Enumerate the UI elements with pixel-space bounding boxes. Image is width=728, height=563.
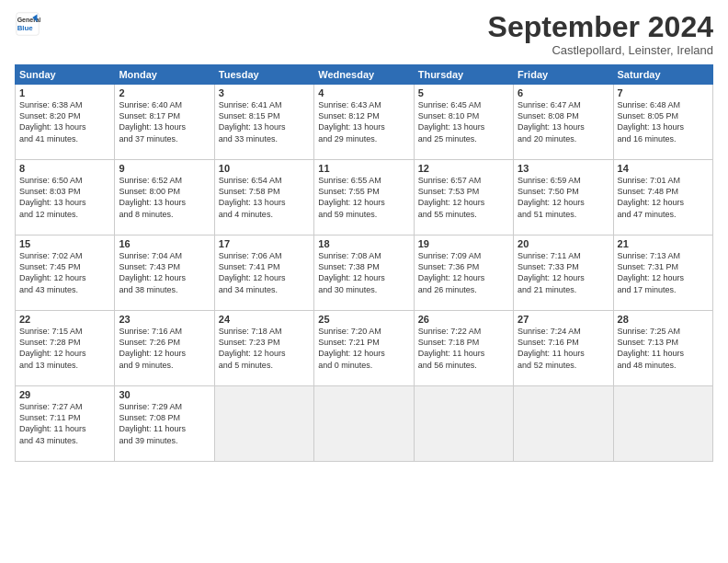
calendar-cell [314, 386, 414, 462]
day-number: 20 [518, 238, 609, 249]
day-number: 28 [618, 314, 709, 325]
calendar-cell: 24Sunrise: 7:18 AMSunset: 7:23 PMDayligh… [214, 311, 313, 386]
day-number: 5 [418, 87, 509, 98]
day-info: Sunrise: 7:18 AMSunset: 7:23 PMDaylight:… [219, 326, 310, 371]
week-row-3: 15Sunrise: 7:02 AMSunset: 7:45 PMDayligh… [16, 236, 713, 311]
day-info: Sunrise: 7:27 AMSunset: 7:11 PMDaylight:… [19, 401, 110, 446]
day-info: Sunrise: 6:41 AMSunset: 8:15 PMDaylight:… [219, 99, 310, 144]
day-number: 17 [219, 238, 310, 249]
day-info: Sunrise: 6:48 AMSunset: 8:05 PMDaylight:… [618, 99, 709, 144]
calendar-cell: 20Sunrise: 7:11 AMSunset: 7:33 PMDayligh… [514, 236, 613, 311]
calendar-cell: 16Sunrise: 7:04 AMSunset: 7:43 PMDayligh… [115, 236, 214, 311]
day-number: 15 [19, 238, 110, 249]
calendar-cell: 6Sunrise: 6:47 AMSunset: 8:08 PMDaylight… [514, 85, 613, 160]
weekday-tuesday: Tuesday [214, 65, 313, 85]
day-info: Sunrise: 6:52 AMSunset: 8:00 PMDaylight:… [119, 175, 210, 220]
day-number: 9 [119, 163, 210, 174]
calendar-cell: 25Sunrise: 7:20 AMSunset: 7:21 PMDayligh… [314, 311, 414, 386]
day-number: 24 [219, 314, 310, 325]
calendar-cell: 21Sunrise: 7:13 AMSunset: 7:31 PMDayligh… [613, 236, 712, 311]
day-info: Sunrise: 6:59 AMSunset: 7:50 PMDaylight:… [518, 175, 609, 220]
calendar-cell: 18Sunrise: 7:08 AMSunset: 7:38 PMDayligh… [314, 236, 414, 311]
calendar-cell: 26Sunrise: 7:22 AMSunset: 7:18 PMDayligh… [414, 311, 513, 386]
title-block: September 2024 Castlepollard, Leinster, … [488, 11, 713, 57]
weekday-wednesday: Wednesday [314, 65, 414, 85]
day-info: Sunrise: 6:45 AMSunset: 8:10 PMDaylight:… [418, 99, 509, 144]
day-info: Sunrise: 7:08 AMSunset: 7:38 PMDaylight:… [318, 250, 409, 295]
calendar-cell: 17Sunrise: 7:06 AMSunset: 7:41 PMDayligh… [214, 236, 313, 311]
day-number: 4 [318, 87, 409, 98]
week-row-5: 29Sunrise: 7:27 AMSunset: 7:11 PMDayligh… [16, 386, 713, 462]
calendar-cell [214, 386, 313, 462]
svg-text:Blue: Blue [17, 24, 34, 32]
day-number: 12 [418, 163, 509, 174]
calendar-cell: 13Sunrise: 6:59 AMSunset: 7:50 PMDayligh… [514, 160, 613, 236]
day-info: Sunrise: 6:38 AMSunset: 8:20 PMDaylight:… [19, 99, 110, 144]
day-info: Sunrise: 7:02 AMSunset: 7:45 PMDaylight:… [19, 250, 110, 295]
day-number: 18 [318, 238, 409, 249]
page-header: General Blue September 2024 Castlepollar… [15, 11, 713, 57]
calendar-cell: 27Sunrise: 7:24 AMSunset: 7:16 PMDayligh… [514, 311, 613, 386]
day-info: Sunrise: 7:25 AMSunset: 7:13 PMDaylight:… [618, 326, 709, 371]
calendar-cell: 14Sunrise: 7:01 AMSunset: 7:48 PMDayligh… [613, 160, 712, 236]
calendar-cell: 12Sunrise: 6:57 AMSunset: 7:53 PMDayligh… [414, 160, 513, 236]
day-info: Sunrise: 7:01 AMSunset: 7:48 PMDaylight:… [618, 175, 709, 220]
calendar-cell: 23Sunrise: 7:16 AMSunset: 7:26 PMDayligh… [115, 311, 214, 386]
calendar-table: SundayMondayTuesdayWednesdayThursdayFrid… [15, 64, 713, 462]
day-info: Sunrise: 7:11 AMSunset: 7:33 PMDaylight:… [518, 250, 609, 295]
day-info: Sunrise: 7:13 AMSunset: 7:31 PMDaylight:… [618, 250, 709, 295]
day-info: Sunrise: 6:40 AMSunset: 8:17 PMDaylight:… [119, 99, 210, 144]
day-number: 14 [618, 163, 709, 174]
day-info: Sunrise: 6:57 AMSunset: 7:53 PMDaylight:… [418, 175, 509, 220]
calendar-cell: 7Sunrise: 6:48 AMSunset: 8:05 PMDaylight… [613, 85, 712, 160]
calendar-cell: 3Sunrise: 6:41 AMSunset: 8:15 PMDaylight… [214, 85, 313, 160]
calendar-cell: 9Sunrise: 6:52 AMSunset: 8:00 PMDaylight… [115, 160, 214, 236]
day-number: 23 [119, 314, 210, 325]
day-number: 25 [318, 314, 409, 325]
location-subtitle: Castlepollard, Leinster, Ireland [488, 43, 713, 57]
day-number: 11 [318, 163, 409, 174]
week-row-4: 22Sunrise: 7:15 AMSunset: 7:28 PMDayligh… [16, 311, 713, 386]
calendar-cell: 29Sunrise: 7:27 AMSunset: 7:11 PMDayligh… [16, 386, 115, 462]
day-number: 16 [119, 238, 210, 249]
day-number: 21 [618, 238, 709, 249]
day-number: 10 [219, 163, 310, 174]
weekday-friday: Friday [514, 65, 613, 85]
day-info: Sunrise: 7:09 AMSunset: 7:36 PMDaylight:… [418, 250, 509, 295]
month-title: September 2024 [488, 11, 713, 43]
calendar-cell: 30Sunrise: 7:29 AMSunset: 7:08 PMDayligh… [115, 386, 214, 462]
weekday-sunday: Sunday [16, 65, 115, 85]
weekday-saturday: Saturday [613, 65, 712, 85]
day-info: Sunrise: 6:47 AMSunset: 8:08 PMDaylight:… [518, 99, 609, 144]
day-number: 6 [518, 87, 609, 98]
calendar-cell: 10Sunrise: 6:54 AMSunset: 7:58 PMDayligh… [214, 160, 313, 236]
day-info: Sunrise: 7:15 AMSunset: 7:28 PMDaylight:… [19, 326, 110, 371]
calendar-cell: 11Sunrise: 6:55 AMSunset: 7:55 PMDayligh… [314, 160, 414, 236]
day-info: Sunrise: 7:16 AMSunset: 7:26 PMDaylight:… [119, 326, 210, 371]
calendar-cell: 22Sunrise: 7:15 AMSunset: 7:28 PMDayligh… [16, 311, 115, 386]
week-row-1: 1Sunrise: 6:38 AMSunset: 8:20 PMDaylight… [16, 85, 713, 160]
logo: General Blue [15, 11, 40, 37]
calendar-cell: 5Sunrise: 6:45 AMSunset: 8:10 PMDaylight… [414, 85, 513, 160]
day-info: Sunrise: 7:06 AMSunset: 7:41 PMDaylight:… [219, 250, 310, 295]
day-number: 7 [618, 87, 709, 98]
day-number: 27 [518, 314, 609, 325]
day-info: Sunrise: 7:29 AMSunset: 7:08 PMDaylight:… [119, 401, 210, 446]
calendar-cell [414, 386, 513, 462]
day-info: Sunrise: 6:43 AMSunset: 8:12 PMDaylight:… [318, 99, 409, 144]
calendar-cell: 19Sunrise: 7:09 AMSunset: 7:36 PMDayligh… [414, 236, 513, 311]
calendar-cell: 8Sunrise: 6:50 AMSunset: 8:03 PMDaylight… [16, 160, 115, 236]
calendar-cell [613, 386, 712, 462]
calendar-cell: 4Sunrise: 6:43 AMSunset: 8:12 PMDaylight… [314, 85, 414, 160]
day-number: 29 [19, 389, 110, 400]
week-row-2: 8Sunrise: 6:50 AMSunset: 8:03 PMDaylight… [16, 160, 713, 236]
day-number: 8 [19, 163, 110, 174]
calendar-body: 1Sunrise: 6:38 AMSunset: 8:20 PMDaylight… [16, 85, 713, 462]
calendar-cell [514, 386, 613, 462]
weekday-monday: Monday [115, 65, 214, 85]
day-number: 1 [19, 87, 110, 98]
day-info: Sunrise: 7:24 AMSunset: 7:16 PMDaylight:… [518, 326, 609, 371]
day-info: Sunrise: 6:54 AMSunset: 7:58 PMDaylight:… [219, 175, 310, 220]
day-info: Sunrise: 6:50 AMSunset: 8:03 PMDaylight:… [19, 175, 110, 220]
logo-icon: General Blue [15, 11, 40, 37]
